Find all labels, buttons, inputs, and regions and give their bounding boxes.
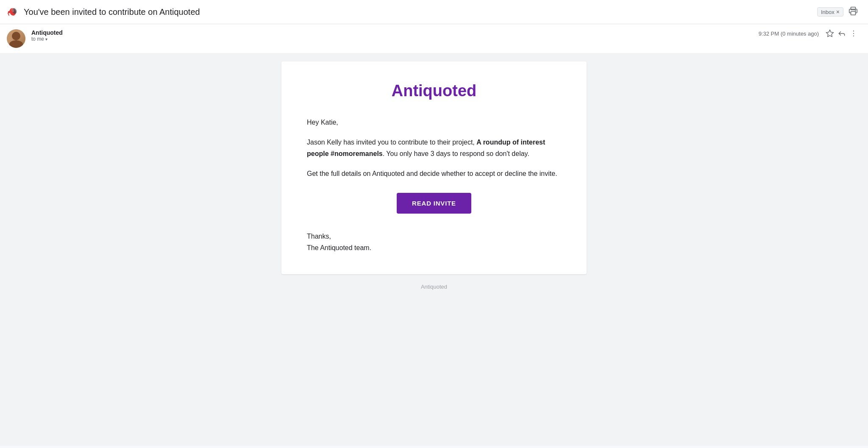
megaphone-icon [7,6,19,18]
svg-point-11 [853,36,854,36]
svg-marker-1 [8,11,10,13]
read-invite-button[interactable]: READ INVITE [397,193,471,214]
more-button[interactable] [849,29,858,38]
subject-bar: You've been invited to contribute on Ant… [0,0,868,24]
to-label: to me [31,36,44,42]
email-subject-title: You've been invited to contribute on Ant… [24,7,812,17]
email-sign-off: Thanks, The Antiquoted team. [307,231,561,253]
email-footer: Antiquoted [0,274,868,290]
inbox-badge-close[interactable]: × [836,8,840,15]
print-icon [849,6,858,16]
svg-rect-5 [851,7,856,10]
svg-point-10 [853,33,854,34]
reply-button[interactable] [837,29,846,38]
sender-name: Antiquoted [31,29,753,36]
sender-row: Antiquoted to me ▾ 9:32 PM (0 minutes ag… [0,24,868,53]
inbox-badge-label: Inbox [821,9,835,15]
sign-off-line1: Thanks, [307,231,561,242]
sender-to[interactable]: to me ▾ [31,36,753,42]
avatar [7,29,25,48]
svg-point-9 [853,31,854,31]
email-brand-title: Antiquoted [307,82,561,100]
sign-off-line2: The Antiquoted team. [307,242,561,253]
sender-info: Antiquoted to me ▾ [31,29,753,42]
body-text-post: . You only have 3 days to respond so don… [383,150,529,157]
star-button[interactable] [826,29,834,38]
body-text-pre: Jason Kelly has invited you to contribut… [307,139,476,146]
chevron-down-icon: ▾ [45,37,47,42]
footer-brand-label: Antiquoted [421,284,447,290]
email-timestamp: 9:32 PM (0 minutes ago) [759,31,819,37]
sender-meta: 9:32 PM (0 minutes ago) [759,29,858,38]
email-body-paragraph1: Jason Kelly has invited you to contribut… [307,136,561,159]
print-button[interactable] [849,6,858,17]
svg-marker-8 [826,30,834,37]
email-body-outer: Antiquoted Hey Katie, Jason Kelly has in… [0,53,868,446]
svg-point-7 [855,11,856,11]
email-greeting: Hey Katie, [307,117,561,128]
email-card: Antiquoted Hey Katie, Jason Kelly has in… [281,61,587,274]
reply-icon [837,29,846,38]
svg-line-2 [8,13,9,15]
inbox-badge[interactable]: Inbox × [817,7,843,17]
email-body-paragraph2: Get the full details on Antiquoted and d… [307,168,561,179]
star-icon [826,29,834,38]
cta-section: READ INVITE [307,193,561,214]
more-icon [849,29,858,38]
action-icons [826,29,858,38]
svg-rect-6 [851,11,856,15]
